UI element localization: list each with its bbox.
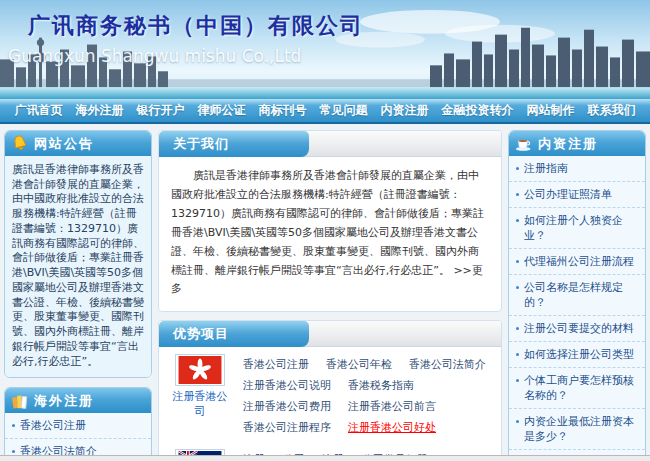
tab-advantage[interactable]: 优势项目: [159, 321, 309, 347]
about-body: 廣訊是香港律師事務所及香港會計師發展的直屬企業，由中國政府批准設立的合法服務機構…: [159, 157, 501, 311]
main-nav: 广讯首页 海外注册 银行开户 律师公证 商标刊号 常见问题 内资注册 金融投资转…: [0, 99, 650, 124]
domestic-item[interactable]: 公司办理证照清单: [509, 182, 645, 208]
overseas-title: 海外注册: [34, 392, 94, 410]
hk-flag-label[interactable]: 注册香港公司: [169, 389, 231, 419]
hk-links: 香港公司注册 香港公司年检 香港公司法简介 注册香港公司说明 香港税务指南 注册…: [243, 354, 491, 435]
main-column: 关于我们 廣訊是香港律師事務所及香港會計師發展的直屬企業，由中國政府批准設立的合…: [158, 130, 502, 461]
advantage-link[interactable]: 香港公司年检: [326, 357, 392, 372]
right-sidebar: 内资注册 注册指南 公司办理证照清单 如何注册个人独资企业？ 代理福州公司注册流…: [508, 130, 646, 461]
about-tab-row: 关于我们: [159, 131, 501, 157]
domestic-item[interactable]: 注册公司要提交的材料: [509, 316, 645, 342]
bell-icon: [11, 135, 29, 153]
advantage-link[interactable]: 香港公司法简介: [409, 357, 486, 372]
domestic-header: 内资注册: [509, 131, 645, 156]
nav-item-trademark[interactable]: 商标刊号: [259, 102, 307, 119]
advantage-link[interactable]: 香港公司注册程序: [243, 420, 331, 435]
books-icon: [11, 392, 29, 410]
domestic-item[interactable]: 如何选择注册公司类型: [509, 342, 645, 368]
nav-item-faq[interactable]: 常见问题: [320, 102, 368, 119]
nav-item-domestic[interactable]: 内资注册: [381, 102, 429, 119]
advantage-link-highlight[interactable]: 注册香港公司好处: [348, 420, 436, 435]
site-title: 广讯商务秘书（中国）有限公司: [28, 11, 364, 41]
announcement-header: 网站公告: [5, 131, 151, 156]
domestic-item[interactable]: 公司名称是怎样规定的？: [509, 275, 645, 316]
domestic-item[interactable]: 如何注册个人独资企业？: [509, 208, 645, 249]
nav-item-finance[interactable]: 金融投资转介: [442, 102, 514, 119]
domestic-item[interactable]: 注册指南: [509, 156, 645, 182]
advantage-link[interactable]: 注册香港公司前言: [348, 399, 436, 414]
overseas-item[interactable]: 香港公司注册: [5, 413, 151, 439]
left-sidebar: 网站公告 廣訊是香港律師事務所及香港會計師發展的直屬企業，由中國政府批准設立的合…: [4, 130, 152, 461]
hk-flag-wrap: 注册香港公司: [169, 354, 231, 419]
domestic-item[interactable]: 个体工商户要怎样预核名称的？: [509, 368, 645, 409]
advantage-link[interactable]: 香港税务指南: [348, 378, 414, 393]
domestic-title: 内资注册: [538, 135, 598, 153]
nav-item-contact[interactable]: 联系我们: [588, 102, 636, 119]
tab-about[interactable]: 关于我们: [159, 131, 309, 157]
domestic-box: 内资注册 注册指南 公司办理证照清单 如何注册个人独资企业？ 代理福州公司注册流…: [508, 130, 646, 461]
nav-item-home[interactable]: 广讯首页: [15, 102, 63, 119]
nav-item-bank[interactable]: 银行开户: [137, 102, 185, 119]
cup-icon: [515, 135, 533, 153]
domestic-list: 注册指南 公司办理证照清单 如何注册个人独资企业？ 代理福州公司注册流程 公司名…: [509, 156, 645, 461]
advantage-link[interactable]: 注册香港公司费用: [243, 399, 331, 414]
about-box: 关于我们 廣訊是香港律師事務所及香港會計師發展的直屬企業，由中國政府批准設立的合…: [158, 130, 502, 312]
overseas-header: 海外注册: [5, 388, 151, 413]
announcement-box: 网站公告 廣訊是香港律師事務所及香港會計師發展的直屬企業，由中國政府批准設立的合…: [4, 130, 152, 378]
site-header: 广讯商务秘书（中国）有限公司 Guangxun Shangwu mishu Co…: [0, 0, 650, 99]
announcement-text: 廣訊是香港律師事務所及香港會計師發展的直屬企業，由中國政府批准設立的合法服務機構…: [5, 156, 151, 377]
content-area: 网站公告 廣訊是香港律師事務所及香港會計師發展的直屬企業，由中國政府批准設立的合…: [0, 124, 650, 461]
domestic-item[interactable]: 内资企业最低注册资本是多少？: [509, 409, 645, 450]
overseas-list: 香港公司注册 香港公司法简介 注册香港公司前言 香港公司注册程序 注册香港公司说…: [5, 413, 151, 461]
nav-item-notary[interactable]: 律师公证: [198, 102, 246, 119]
advantage-block-hk: 注册香港公司 香港公司注册 香港公司年检 香港公司法简介 注册香港公司说明 香港…: [159, 347, 501, 442]
page: 广讯商务秘书（中国）有限公司 Guangxun Shangwu mishu Co…: [0, 0, 650, 461]
nav-item-overseas[interactable]: 海外注册: [76, 102, 124, 119]
announcement-title: 网站公告: [34, 135, 94, 153]
advantage-link[interactable]: 香港公司注册: [243, 357, 309, 372]
about-paragraph: 廣訊是香港律師事務所及香港會計師發展的直屬企業，由中國政府批准設立的合法服務機構…: [171, 169, 484, 277]
nav-item-webdesign[interactable]: 网站制作: [527, 102, 575, 119]
domestic-item[interactable]: 代理福州公司注册流程: [509, 249, 645, 275]
site-subtitle: Guangxun Shangwu mishu Co.,Ltd: [8, 46, 301, 66]
advantage-tab-row: 优势项目: [159, 321, 501, 347]
advantage-box: 优势项目: [158, 320, 502, 461]
advantage-link[interactable]: 注册香港公司说明: [243, 378, 331, 393]
overseas-box: 海外注册 香港公司注册 香港公司法简介 注册香港公司前言 香港公司注册程序 注册…: [4, 387, 152, 461]
hk-flag-icon: [175, 354, 225, 386]
footer-strip: [0, 455, 650, 461]
